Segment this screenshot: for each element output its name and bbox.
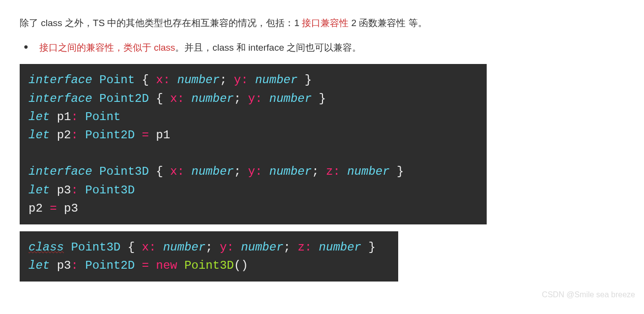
colon: :: [149, 241, 156, 254]
watermark: CSDN @Smile sea breeze: [542, 290, 635, 299]
colon: :: [163, 73, 170, 87]
type-number: number: [347, 165, 389, 178]
type-number: number: [241, 241, 283, 254]
paren-open: (: [234, 259, 241, 272]
bullet-highlight: 接口之间的兼容性，类似于 class: [39, 42, 176, 53]
var-p3-ref: p3: [64, 202, 78, 215]
keyword-let: let: [29, 184, 50, 197]
type-point3d: Point3D: [99, 165, 149, 178]
type-point3d: Point3D: [85, 184, 135, 197]
intro-text-2: 2 函数兼容性 等。: [349, 18, 427, 28]
type-number: number: [255, 73, 297, 87]
type-point: Point: [99, 73, 135, 87]
colon: :: [177, 165, 184, 178]
equals: =: [142, 128, 148, 142]
prop-y: y: [234, 73, 241, 87]
bullet-dot-icon: ●: [24, 39, 29, 54]
prop-y: y: [248, 165, 255, 178]
bullet-text: 接口之间的兼容性，类似于 class。并且，class 和 interface …: [39, 39, 362, 56]
type-point2d: Point2D: [99, 92, 149, 105]
type-point2d: Point2D: [85, 259, 135, 272]
prop-x: x: [156, 73, 163, 87]
type-number: number: [269, 165, 312, 178]
colon: :: [177, 92, 184, 105]
type-point: Point: [85, 110, 120, 124]
brace-open: {: [128, 241, 135, 254]
colon: :: [71, 259, 78, 272]
colon: :: [227, 241, 234, 254]
equals: =: [142, 259, 148, 272]
keyword-interface: interface: [29, 92, 92, 105]
keyword-class: class: [29, 241, 64, 254]
paren-close: ): [241, 259, 248, 272]
brace-close: }: [397, 165, 404, 178]
brace-close: }: [305, 73, 312, 87]
var-p3: p3: [57, 184, 71, 197]
keyword-let: let: [29, 259, 50, 272]
brace-close: }: [319, 92, 326, 105]
constructor-point3d: Point3D: [184, 259, 234, 272]
type-number: number: [191, 92, 234, 105]
keyword-interface: interface: [29, 73, 92, 87]
var-p2-ref: p2: [29, 202, 43, 215]
var-p1-ref: p1: [156, 128, 170, 142]
keyword-interface: interface: [29, 165, 92, 178]
semicolon: ;: [205, 241, 212, 254]
type-number: number: [177, 73, 219, 87]
prop-z: z: [326, 165, 333, 178]
colon: :: [71, 184, 78, 197]
colon: :: [241, 73, 248, 87]
intro-highlight-1: 接口兼容性: [302, 18, 349, 28]
brace-close: }: [368, 241, 375, 254]
intro-paragraph: 除了 class 之外，TS 中的其他类型也存在相互兼容的情况，包括：1 接口兼…: [20, 15, 624, 31]
brace-open: {: [156, 92, 163, 105]
brace-open: {: [142, 73, 148, 87]
code-block-1: interface Point { x: number; y: number }…: [20, 64, 487, 224]
prop-z: z: [297, 241, 304, 254]
keyword-let: let: [29, 110, 50, 124]
type-number: number: [319, 241, 361, 254]
prop-y: y: [248, 92, 255, 105]
bullet-rest: 。并且，class 和 interface 之间也可以兼容。: [175, 42, 361, 53]
semicolon: ;: [234, 92, 241, 105]
semicolon: ;: [312, 165, 319, 178]
intro-text-1: 除了 class 之外，TS 中的其他类型也存在相互兼容的情况，包括：1: [20, 18, 302, 28]
colon: :: [255, 165, 262, 178]
type-number: number: [269, 92, 312, 105]
var-p2: p2: [57, 128, 71, 142]
prop-x: x: [142, 241, 148, 254]
type-number: number: [191, 165, 234, 178]
bullet-item: ● 接口之间的兼容性，类似于 class。并且，class 和 interfac…: [20, 39, 624, 56]
prop-x: x: [170, 165, 177, 178]
type-number: number: [163, 241, 205, 254]
colon: :: [71, 110, 78, 124]
colon: :: [71, 128, 78, 142]
type-point2d: Point2D: [85, 128, 135, 142]
keyword-new: new: [156, 259, 177, 272]
keyword-let: let: [29, 128, 50, 142]
brace-open: {: [156, 165, 163, 178]
type-point3d: Point3D: [71, 241, 120, 254]
prop-y: y: [220, 241, 227, 254]
colon: :: [333, 165, 340, 178]
colon: :: [255, 92, 262, 105]
equals: =: [50, 202, 57, 215]
semicolon: ;: [234, 165, 241, 178]
semicolon: ;: [284, 241, 291, 254]
code-block-2: class Point3D { x: number; y: number; z:…: [20, 231, 398, 282]
colon: :: [305, 241, 312, 254]
semicolon: ;: [220, 73, 227, 87]
var-p3: p3: [57, 259, 71, 272]
var-p1: p1: [57, 110, 71, 124]
prop-x: x: [170, 92, 177, 105]
